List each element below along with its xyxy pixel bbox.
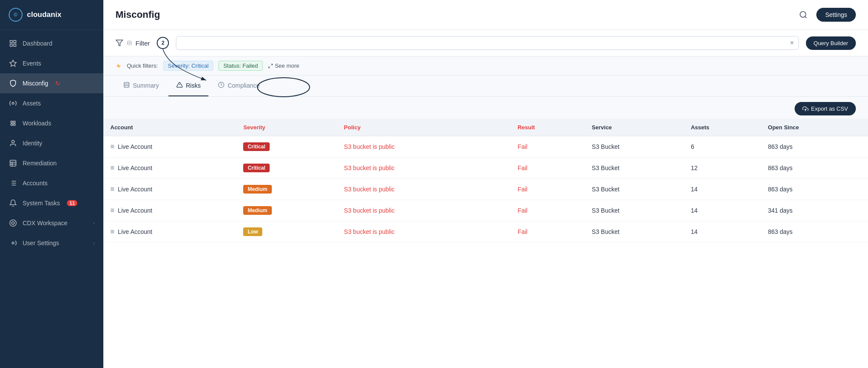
filter-input[interactable] bbox=[181, 39, 790, 46]
workloads-nav-label: Workloads bbox=[23, 120, 51, 127]
see-more-link[interactable]: See more bbox=[268, 62, 299, 69]
severity-badge-critical: Critical bbox=[243, 164, 270, 172]
svg-marker-26 bbox=[116, 40, 123, 46]
quick-filters-bar: Quick filters: Severity: Critical Status… bbox=[103, 56, 868, 76]
accounts-nav-icon bbox=[9, 179, 17, 187]
row-3-policy-empty: S3 bucket is public bbox=[337, 200, 511, 221]
cdx-workspace-nav-label: CDX Workspace bbox=[23, 220, 67, 227]
dashboard-nav-label: Dashboard bbox=[23, 40, 53, 47]
user-settings-nav-icon bbox=[9, 239, 17, 247]
account-icon: ≡ bbox=[110, 143, 114, 151]
col-header-result: Result bbox=[511, 119, 585, 136]
tab-summary[interactable]: Summary bbox=[116, 76, 167, 96]
search-button[interactable] bbox=[795, 7, 811, 23]
svg-point-24 bbox=[800, 12, 806, 17]
cloud-upload-icon bbox=[802, 106, 809, 112]
svg-rect-2 bbox=[14, 44, 16, 46]
remediation-nav-label: Remediation bbox=[23, 160, 57, 167]
policy-link[interactable]: S3 bucket is public bbox=[344, 143, 395, 150]
row-2-severity: Medium bbox=[236, 179, 337, 200]
policy-link[interactable]: S3 bucket is public bbox=[344, 207, 395, 214]
severity-critical-chip[interactable]: Severity: Critical bbox=[163, 61, 214, 71]
sidebar-item-assets[interactable]: Assets bbox=[0, 93, 103, 113]
misconfig-nav-icon bbox=[9, 79, 17, 88]
export-csv-button[interactable]: Export as CSV bbox=[795, 102, 856, 115]
sidebar-item-system-tasks[interactable]: System Tasks11 bbox=[0, 193, 103, 213]
row-0-result: Fail bbox=[511, 136, 585, 158]
sidebar-item-misconfig[interactable]: Misconfig↻ bbox=[0, 73, 103, 93]
settings-button[interactable]: Settings bbox=[816, 8, 856, 22]
table-row[interactable]: ≡Live AccountMediumS3 bucket is publicFa… bbox=[103, 200, 868, 221]
severity-badge-critical: Critical bbox=[243, 142, 270, 151]
dashboard-nav-icon bbox=[9, 39, 17, 48]
table-header-row: AccountSeverityPolicyResultServiceAssets… bbox=[103, 119, 868, 136]
sidebar-item-accounts[interactable]: Accounts bbox=[0, 173, 103, 193]
policy-link[interactable]: S3 bucket is public bbox=[344, 186, 395, 193]
svg-point-5 bbox=[12, 102, 14, 105]
col-header-severity: Severity bbox=[236, 119, 337, 136]
sidebar-item-remediation[interactable]: Remediation bbox=[0, 153, 103, 173]
row-3-account: ≡Live Account bbox=[103, 200, 236, 221]
table-row[interactable]: ≡Live AccountCriticalS3 bucket is public… bbox=[103, 158, 868, 179]
sidebar-item-user-settings[interactable]: User Settings› bbox=[0, 233, 103, 253]
severity-badge-medium: Medium bbox=[243, 206, 271, 215]
row-4-account: ≡Live Account bbox=[103, 221, 236, 243]
tab-risks-icon bbox=[176, 82, 183, 89]
col-header-open_since: Open Since bbox=[761, 119, 868, 136]
table-row[interactable]: ≡Live AccountMediumS3 bucket is publicFa… bbox=[103, 179, 868, 200]
header-actions: Settings bbox=[795, 7, 856, 23]
table-row[interactable]: ≡Live AccountLowS3 bucket is publicFailS… bbox=[103, 221, 868, 243]
row-1-assets: 12 bbox=[684, 158, 761, 179]
user-settings-nav-arrow: › bbox=[93, 241, 95, 246]
svg-marker-4 bbox=[10, 60, 17, 66]
tab-compliance[interactable]: Compliance bbox=[210, 76, 267, 96]
top-header: Misconfig Settings bbox=[103, 0, 868, 30]
row-0-service: S3 Bucket bbox=[585, 136, 684, 158]
quick-filter-label: Quick filters: bbox=[127, 62, 158, 69]
col-header-account: Account bbox=[103, 119, 236, 136]
sidebar-item-workloads[interactable]: Workloads bbox=[0, 113, 103, 133]
filter-label: Filter bbox=[116, 39, 150, 47]
row-0-account: ≡Live Account bbox=[103, 136, 236, 158]
policy-link[interactable]: S3 bucket is public bbox=[344, 164, 395, 171]
row-3-severity: Medium bbox=[236, 200, 337, 221]
main-content: Misconfig Settings Filter bbox=[103, 0, 868, 368]
query-builder-button[interactable]: Query Builder bbox=[806, 36, 856, 50]
row-4-severity: Low bbox=[236, 221, 337, 243]
svg-rect-0 bbox=[10, 40, 12, 43]
row-2-service: S3 Bucket bbox=[585, 179, 684, 200]
tab-risks[interactable]: Risks bbox=[168, 76, 208, 96]
policy-link[interactable]: S3 bucket is public bbox=[344, 228, 395, 235]
svg-rect-1 bbox=[14, 40, 16, 43]
table-row[interactable]: ≡Live AccountCriticalS3 bucket is public… bbox=[103, 136, 868, 158]
row-0-assets: 6 bbox=[684, 136, 761, 158]
row-2-policy-empty: S3 bucket is public bbox=[337, 179, 511, 200]
sidebar-item-events[interactable]: Events bbox=[0, 53, 103, 73]
quick-filter-icon bbox=[116, 63, 122, 69]
filter-clear-button[interactable]: × bbox=[790, 39, 794, 47]
logo-icon: © bbox=[9, 8, 23, 22]
svg-rect-3 bbox=[10, 44, 12, 46]
row-4-result: Fail bbox=[511, 221, 585, 243]
svg-point-23 bbox=[12, 242, 14, 244]
sidebar-item-dashboard[interactable]: Dashboard bbox=[0, 33, 103, 53]
identity-nav-icon bbox=[9, 139, 17, 148]
sidebar-item-identity[interactable]: Identity bbox=[0, 133, 103, 153]
svg-point-10 bbox=[12, 140, 14, 143]
risks-table-wrap[interactable]: AccountSeverityPolicyResultServiceAssets… bbox=[103, 119, 868, 368]
remediation-nav-icon bbox=[9, 159, 17, 168]
status-failed-chip[interactable]: Status: Failed bbox=[218, 61, 263, 71]
tabs-section: SummaryRisksCompliance bbox=[103, 76, 868, 97]
filter-icon bbox=[116, 39, 123, 47]
risks-table: AccountSeverityPolicyResultServiceAssets… bbox=[103, 119, 868, 243]
row-0-policy-empty: S3 bucket is public bbox=[337, 136, 511, 158]
lightning-icon bbox=[116, 63, 122, 69]
cdx-workspace-nav-arrow: › bbox=[93, 221, 95, 226]
system-tasks-nav-icon bbox=[9, 199, 17, 207]
row-1-result: Fail bbox=[511, 158, 585, 179]
svg-point-8 bbox=[11, 124, 13, 126]
tab-summary-label: Summary bbox=[133, 82, 159, 89]
accounts-nav-label: Accounts bbox=[23, 180, 48, 187]
sidebar-item-cdx-workspace[interactable]: CDX Workspace› bbox=[0, 213, 103, 233]
account-icon: ≡ bbox=[110, 207, 114, 214]
